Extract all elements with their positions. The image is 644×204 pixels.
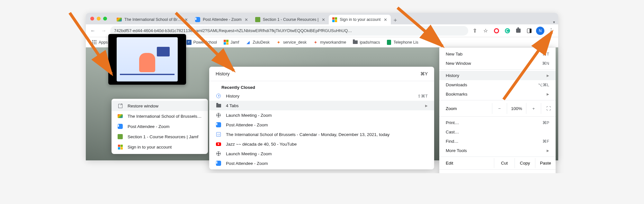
history-item[interactable]: Jazz ~~ década de 40, 50 - YouTube: [209, 139, 434, 149]
window-controls: [90, 17, 107, 21]
bookmark-telephone-list[interactable]: Telephone Lis: [384, 38, 421, 46]
bookmark-service-desk[interactable]: ✦service_desk: [273, 38, 309, 46]
jamf-icon: [255, 17, 260, 22]
chevron-right-icon: ▶: [425, 104, 428, 107]
close-window-button[interactable]: [90, 17, 94, 21]
recently-closed-heading: Recently Closed: [209, 82, 434, 91]
more-menu-button[interactable]: ⋮: [547, 26, 556, 35]
gmail-icon: [117, 17, 122, 22]
history-item[interactable]: Launch Meeting - Zoom: [209, 110, 434, 120]
folder-icon: [353, 40, 358, 45]
youtube-icon: [216, 141, 221, 147]
zoom-value: 100%: [507, 103, 526, 114]
grammarly-extension-icon[interactable]: [503, 26, 512, 35]
restore-window-menu: Restore window The International School …: [112, 99, 208, 154]
history-item-4tabs[interactable]: 4 Tabs ▶: [209, 101, 434, 110]
menu-find[interactable]: Find…⌘F: [439, 137, 556, 146]
tab-2[interactable]: Section 1 - Course Resources | ✕: [252, 15, 329, 24]
jamf-icon: [117, 134, 123, 140]
tab-list-dropdown[interactable]: ▾: [553, 20, 555, 24]
microsoft-icon: [117, 144, 123, 150]
minimize-window-button[interactable]: [97, 17, 101, 21]
chevron-right-icon: ▶: [547, 149, 549, 152]
apps-button[interactable]: Apps: [89, 38, 111, 46]
zoom-icon: ▮: [216, 122, 221, 128]
menu-new-window[interactable]: New Window⌘N: [439, 59, 556, 68]
tab-label: Post Attendee - Zoom: [203, 17, 242, 22]
chevron-right-icon: ▶: [547, 92, 549, 96]
zoom-icon: ▮: [195, 17, 200, 22]
bookmark-powerschool[interactable]: PPowerSchool: [184, 38, 220, 46]
url-text: 742bdf57-ed44-4604-b40d-b3d1c782113e/sam…: [114, 28, 352, 33]
chrome-main-menu: New Tab⌘T New Window⌘N History▶ Download…: [439, 47, 556, 173]
share-icon[interactable]: ⇪: [470, 26, 479, 35]
history-item-history[interactable]: History ⇧⌘T: [209, 91, 434, 101]
history-item[interactable]: ▮Post Attendee - Zoom: [209, 120, 434, 130]
chevron-right-icon: ▶: [547, 74, 549, 77]
menu-zoom: Zoom − 100% +: [439, 102, 556, 115]
restore-tab-item[interactable]: The International School of Brussels…: [112, 111, 208, 121]
menu-new-tab[interactable]: New Tab⌘T: [439, 49, 556, 59]
tab-1[interactable]: ▮ Post Attendee - Zoom ✕: [192, 15, 252, 24]
history-clock-icon: [216, 93, 221, 99]
menu-downloads[interactable]: Downloads⌥⌘L: [439, 80, 556, 89]
zoom-icon: ▮: [216, 160, 221, 166]
menu-edit: Edit Cut Copy Paste: [439, 158, 556, 168]
page-content: Restore window The International School …: [86, 47, 558, 160]
menu-settings[interactable]: Settings⌘,: [439, 171, 556, 173]
star-icon[interactable]: ☆: [481, 26, 490, 35]
menu-print[interactable]: Print…⌘P: [439, 118, 556, 127]
menu-history[interactable]: History▶: [439, 71, 556, 80]
hover-tab-preview: [108, 34, 186, 85]
tab-strip: The International School of Br… ✕ ▮ Post…: [113, 13, 558, 24]
restore-window-item[interactable]: Restore window: [112, 101, 208, 111]
cut-button[interactable]: Cut: [494, 158, 514, 168]
history-title: History: [216, 71, 230, 76]
bookmark-zuludesk[interactable]: ◢ZuluDesk: [243, 38, 272, 46]
history-item[interactable]: Launch Meeting - Zoom: [209, 149, 434, 158]
history-item[interactable]: ▮Post Attendee - Zoom: [209, 158, 434, 168]
profile-avatar[interactable]: N: [536, 26, 545, 35]
bookmark-myworkandme[interactable]: ✦myworkandme: [310, 38, 349, 46]
back-button[interactable]: ←: [88, 26, 97, 35]
menu-bookmarks[interactable]: Bookmarks▶: [439, 89, 556, 99]
history-header[interactable]: History ⌘Y: [209, 68, 434, 80]
paste-button[interactable]: Paste: [535, 158, 556, 168]
fullscreen-button[interactable]: [541, 103, 556, 114]
browser-window: The International School of Br… ✕ ▮ Post…: [86, 13, 558, 160]
maximize-window-button[interactable]: [103, 17, 107, 21]
close-tab-icon[interactable]: ✕: [321, 17, 326, 22]
restore-tab-item[interactable]: ▮ Post Attendee - Zoom: [112, 121, 208, 132]
restore-tab-item[interactable]: Section 1 - Course Resources | Jamf: [112, 132, 208, 142]
tab-label: Section 1 - Course Resources |: [263, 17, 318, 22]
tab-0[interactable]: The International School of Br… ✕: [113, 15, 192, 24]
tab-3-active[interactable]: Sign in to your account ✕: [329, 15, 391, 24]
apps-label: Apps: [99, 40, 108, 45]
zoom-in-button[interactable]: +: [526, 103, 541, 114]
opera-extension-icon[interactable]: [492, 26, 501, 35]
calendar-icon: 13: [216, 132, 221, 137]
menu-cast[interactable]: Cast…: [439, 127, 556, 137]
restore-tab-item[interactable]: Sign in to your account: [112, 142, 208, 152]
history-submenu: History ⌘Y Recently Closed History ⇧⌘T 4…: [209, 67, 434, 169]
apps-grid-icon: [92, 40, 97, 45]
extensions-icon[interactable]: [514, 26, 523, 35]
copy-button[interactable]: Copy: [514, 158, 535, 168]
bookmark-ipads-macs[interactable]: ipads/macs: [350, 38, 382, 46]
gmail-icon: [117, 113, 123, 119]
side-panel-icon[interactable]: [525, 26, 534, 35]
restore-label: Restore window: [128, 104, 158, 108]
history-item[interactable]: 13The International School of Brussels -…: [209, 130, 434, 139]
bookmark-jamf[interactable]: Jamf: [221, 38, 242, 46]
tab-label: The International School of Br…: [124, 17, 182, 22]
close-tab-icon[interactable]: ✕: [383, 17, 388, 22]
tab-label: Sign in to your account: [340, 17, 380, 22]
history-shortcut: ⌘Y: [420, 71, 428, 76]
close-tab-icon[interactable]: ✕: [244, 17, 249, 22]
menu-more-tools[interactable]: More Tools▶: [439, 146, 556, 155]
close-tab-icon[interactable]: ✕: [184, 17, 189, 22]
titlebar: The International School of Br… ✕ ▮ Post…: [86, 13, 558, 24]
new-tab-button[interactable]: ＋: [391, 15, 400, 24]
zoom-out-button[interactable]: −: [492, 103, 507, 114]
zoom-label: Zoom: [446, 106, 457, 111]
